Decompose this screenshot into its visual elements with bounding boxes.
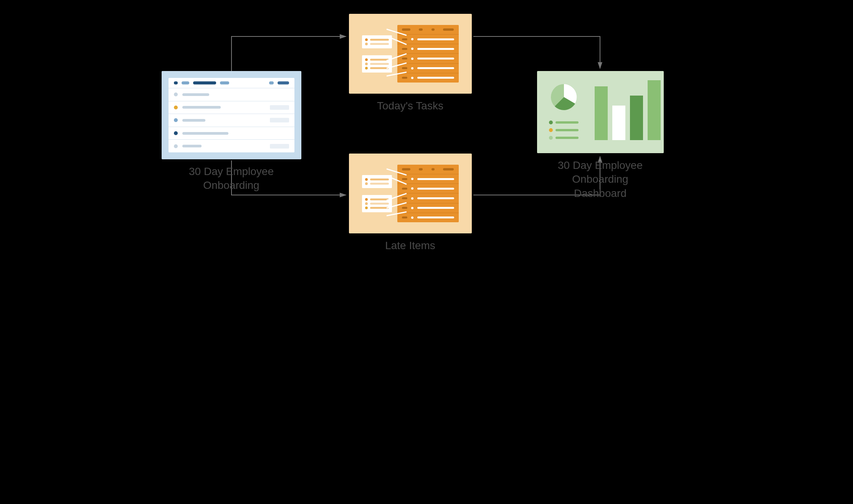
- svg-rect-2: [555, 121, 579, 124]
- svg-point-3: [549, 128, 553, 132]
- svg-rect-6: [555, 137, 579, 139]
- node-label: Late Items: [349, 239, 472, 253]
- merge-lines-icon: [386, 25, 407, 83]
- node-report-top: Today's Tasks: [349, 14, 472, 113]
- node-label: 30 Day EmployeeOnboardingDashboard: [537, 159, 664, 200]
- node-label: 30 Day EmployeeOnboarding: [162, 165, 301, 193]
- svg-rect-7: [595, 86, 608, 140]
- report-icon: [349, 154, 472, 233]
- svg-rect-4: [555, 129, 579, 131]
- merge-lines-icon: [386, 165, 407, 223]
- node-dashboard: 30 Day EmployeeOnboardingDashboard: [537, 71, 664, 200]
- node-source-sheet: 30 Day EmployeeOnboarding: [162, 71, 301, 193]
- dashboard-icon: [537, 71, 664, 153]
- report-icon: [349, 14, 472, 94]
- svg-rect-8: [612, 106, 625, 140]
- diagram-canvas: 30 Day EmployeeOnboarding: [142, 0, 711, 336]
- svg-rect-10: [648, 80, 661, 140]
- node-label: Today's Tasks: [349, 99, 472, 113]
- svg-rect-9: [630, 96, 643, 140]
- node-report-bottom: Late Items: [349, 154, 472, 253]
- sheet-icon: [162, 71, 301, 159]
- svg-point-5: [549, 136, 553, 140]
- svg-point-1: [549, 121, 553, 124]
